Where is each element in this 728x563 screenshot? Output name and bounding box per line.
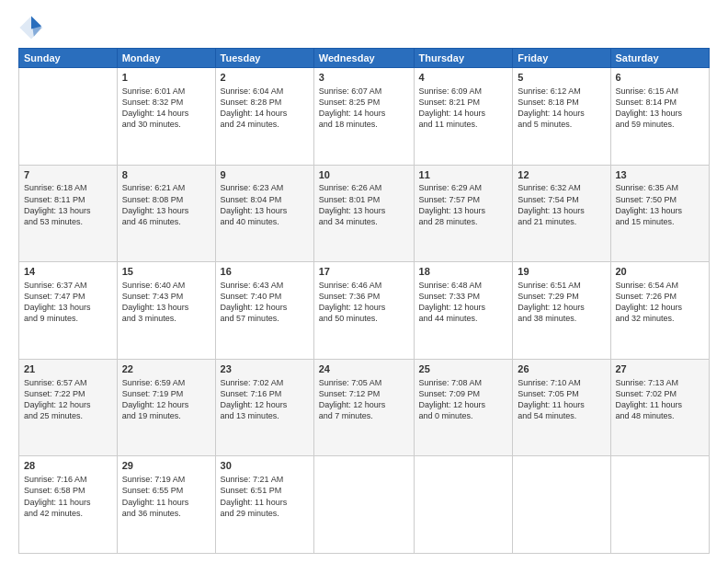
day-info-line: Sunset: 8:08 PM bbox=[122, 194, 210, 205]
day-number: 2 bbox=[221, 71, 309, 85]
day-info-line: Sunset: 7:43 PM bbox=[122, 291, 210, 302]
day-info-line: Sunset: 7:26 PM bbox=[616, 291, 705, 302]
day-number: 25 bbox=[419, 362, 508, 376]
day-info-line: Sunset: 7:40 PM bbox=[221, 291, 309, 302]
day-info-line: and 34 minutes. bbox=[319, 216, 409, 227]
day-info-line: Sunrise: 7:05 AM bbox=[319, 377, 409, 388]
day-info-line: and 29 minutes. bbox=[221, 508, 309, 519]
day-info-line: Sunrise: 7:08 AM bbox=[419, 377, 508, 388]
calendar-cell: 12Sunrise: 6:32 AMSunset: 7:54 PMDayligh… bbox=[513, 165, 610, 262]
day-info-line: Daylight: 12 hours bbox=[221, 399, 309, 410]
day-info-line: Sunset: 7:29 PM bbox=[518, 291, 605, 302]
day-info-line: Daylight: 11 hours bbox=[616, 399, 705, 410]
day-number: 10 bbox=[319, 168, 409, 182]
day-info-line: Daylight: 13 hours bbox=[419, 205, 508, 216]
day-info-line: and 15 minutes. bbox=[616, 216, 705, 227]
calendar-cell: 28Sunrise: 7:16 AMSunset: 6:58 PMDayligh… bbox=[19, 456, 118, 554]
calendar-cell: 14Sunrise: 6:37 AMSunset: 7:47 PMDayligh… bbox=[19, 262, 118, 360]
day-info-line: Sunset: 7:09 PM bbox=[419, 388, 508, 399]
day-info-line: Sunrise: 7:13 AM bbox=[616, 377, 705, 388]
header-cell-wednesday: Wednesday bbox=[313, 49, 414, 68]
calendar-cell: 27Sunrise: 7:13 AMSunset: 7:02 PMDayligh… bbox=[610, 359, 710, 456]
day-number: 9 bbox=[221, 168, 309, 182]
calendar-cell bbox=[513, 456, 610, 554]
day-info-line: Sunset: 7:33 PM bbox=[419, 291, 508, 302]
day-number: 5 bbox=[518, 71, 605, 85]
calendar-cell: 13Sunrise: 6:35 AMSunset: 7:50 PMDayligh… bbox=[610, 165, 710, 262]
day-info-line: Daylight: 13 hours bbox=[319, 205, 409, 216]
day-info-line: Sunrise: 6:23 AM bbox=[221, 182, 309, 193]
day-info-line: and 46 minutes. bbox=[122, 216, 210, 227]
day-info-line: Sunrise: 6:35 AM bbox=[616, 182, 705, 193]
day-info-line: and 11 minutes. bbox=[419, 119, 508, 130]
day-info-line: and 21 minutes. bbox=[518, 216, 605, 227]
day-info-line: Sunset: 6:51 PM bbox=[221, 485, 309, 496]
day-info-line: and 18 minutes. bbox=[319, 119, 409, 130]
day-info-line: Sunrise: 7:16 AM bbox=[24, 474, 112, 485]
day-info-line: Sunrise: 6:09 AM bbox=[419, 86, 508, 97]
day-number: 29 bbox=[122, 459, 210, 473]
day-info-line: Daylight: 13 hours bbox=[122, 205, 210, 216]
day-number: 30 bbox=[221, 459, 309, 473]
day-info-line: Daylight: 13 hours bbox=[122, 302, 210, 313]
day-info-line: and 57 minutes. bbox=[221, 313, 309, 324]
day-number: 1 bbox=[122, 71, 210, 85]
day-info-line: and 42 minutes. bbox=[24, 508, 112, 519]
day-info-line: Sunset: 8:11 PM bbox=[24, 194, 112, 205]
calendar-cell: 1Sunrise: 6:01 AMSunset: 8:32 PMDaylight… bbox=[117, 68, 215, 166]
day-info-line: Daylight: 13 hours bbox=[518, 205, 605, 216]
day-info-line: Daylight: 11 hours bbox=[518, 399, 605, 410]
day-info-line: Sunset: 6:58 PM bbox=[24, 485, 112, 496]
day-info-line: Daylight: 11 hours bbox=[221, 497, 309, 508]
calendar-cell: 21Sunrise: 6:57 AMSunset: 7:22 PMDayligh… bbox=[19, 359, 118, 456]
day-info-line: Daylight: 11 hours bbox=[122, 497, 210, 508]
header-cell-thursday: Thursday bbox=[414, 49, 513, 68]
logo-icon bbox=[18, 15, 44, 40]
header-cell-monday: Monday bbox=[117, 49, 215, 68]
day-number: 4 bbox=[419, 71, 508, 85]
day-info-line: and 32 minutes. bbox=[616, 313, 705, 324]
day-info-line: Sunrise: 6:48 AM bbox=[419, 280, 508, 291]
day-info-line: Sunset: 8:32 PM bbox=[122, 97, 210, 108]
day-info-line: Sunrise: 7:19 AM bbox=[122, 474, 210, 485]
day-number: 16 bbox=[221, 265, 309, 279]
day-info-line: Sunset: 8:25 PM bbox=[319, 97, 409, 108]
day-info-line: Daylight: 11 hours bbox=[24, 497, 112, 508]
day-info-line: Sunrise: 6:29 AM bbox=[419, 182, 508, 193]
calendar-table: SundayMondayTuesdayWednesdayThursdayFrid… bbox=[18, 48, 710, 554]
day-info-line: Sunrise: 7:10 AM bbox=[518, 377, 605, 388]
calendar-cell: 3Sunrise: 6:07 AMSunset: 8:25 PMDaylight… bbox=[313, 68, 414, 166]
day-info-line: Sunrise: 6:12 AM bbox=[518, 86, 605, 97]
day-number: 17 bbox=[319, 265, 409, 279]
calendar-cell: 29Sunrise: 7:19 AMSunset: 6:55 PMDayligh… bbox=[117, 456, 215, 554]
day-info-line: Sunset: 6:55 PM bbox=[122, 485, 210, 496]
day-info-line: Sunset: 8:01 PM bbox=[319, 194, 409, 205]
calendar-cell: 15Sunrise: 6:40 AMSunset: 7:43 PMDayligh… bbox=[117, 262, 215, 360]
day-info-line: Sunrise: 6:57 AM bbox=[24, 377, 112, 388]
day-info-line: Daylight: 13 hours bbox=[24, 302, 112, 313]
calendar-cell: 19Sunrise: 6:51 AMSunset: 7:29 PMDayligh… bbox=[513, 262, 610, 360]
calendar-cell: 22Sunrise: 6:59 AMSunset: 7:19 PMDayligh… bbox=[117, 359, 215, 456]
day-info-line: Sunrise: 6:43 AM bbox=[221, 280, 309, 291]
day-info-line: Sunset: 7:22 PM bbox=[24, 388, 112, 399]
header-cell-sunday: Sunday bbox=[19, 49, 118, 68]
day-info-line: Sunset: 7:54 PM bbox=[518, 194, 605, 205]
header-cell-saturday: Saturday bbox=[610, 49, 710, 68]
day-number: 18 bbox=[419, 265, 508, 279]
week-row-4: 21Sunrise: 6:57 AMSunset: 7:22 PMDayligh… bbox=[19, 359, 710, 456]
day-info-line: Sunset: 8:18 PM bbox=[518, 97, 605, 108]
day-number: 26 bbox=[518, 362, 605, 376]
calendar-header: SundayMondayTuesdayWednesdayThursdayFrid… bbox=[19, 49, 710, 68]
day-info-line: Daylight: 12 hours bbox=[518, 302, 605, 313]
day-info-line: Daylight: 13 hours bbox=[616, 205, 705, 216]
calendar-cell: 5Sunrise: 6:12 AMSunset: 8:18 PMDaylight… bbox=[513, 68, 610, 166]
calendar-cell: 24Sunrise: 7:05 AMSunset: 7:12 PMDayligh… bbox=[313, 359, 414, 456]
day-info-line: Sunrise: 6:54 AM bbox=[616, 280, 705, 291]
day-info-line: and 25 minutes. bbox=[24, 410, 112, 421]
day-info-line: Sunrise: 6:04 AM bbox=[221, 86, 309, 97]
day-info-line: and 9 minutes. bbox=[24, 313, 112, 324]
calendar-cell: 11Sunrise: 6:29 AMSunset: 7:57 PMDayligh… bbox=[414, 165, 513, 262]
page: SundayMondayTuesdayWednesdayThursdayFrid… bbox=[0, 0, 728, 563]
calendar-cell: 25Sunrise: 7:08 AMSunset: 7:09 PMDayligh… bbox=[414, 359, 513, 456]
day-info-line: Sunset: 7:57 PM bbox=[419, 194, 508, 205]
